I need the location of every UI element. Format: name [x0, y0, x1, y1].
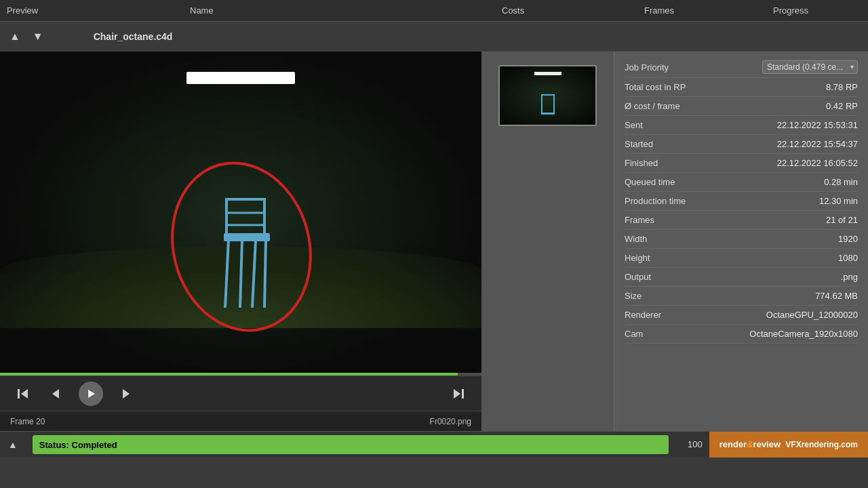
label-started: Started — [625, 139, 653, 149]
thumb-chair — [541, 94, 555, 115]
value-cost-frame: 0.42 RP — [826, 101, 858, 111]
arrow-up-button[interactable]: ▲ — [7, 29, 23, 44]
header-name: Name — [190, 5, 326, 16]
scene-white-bar — [186, 72, 295, 84]
value-queued-time: 0.28 min — [824, 177, 858, 187]
play-icon — [86, 389, 96, 399]
label-total-cost: Total cost in RP — [625, 82, 686, 92]
priority-dropdown-wrapper[interactable]: Standard (0.479 ce... — [762, 60, 858, 74]
value-width: 1920 — [838, 234, 858, 244]
frame-filename: Fr0020.png — [430, 417, 471, 426]
arrow-down-button[interactable]: ▼ — [30, 29, 46, 44]
value-frames: 21 of 21 — [826, 215, 858, 225]
value-production-time: 12.30 min — [819, 196, 858, 206]
status-text: Status: Completed — [39, 439, 117, 449]
prev-frame-button[interactable] — [46, 384, 65, 403]
brand-render: render — [719, 439, 747, 449]
label-frames: Frames — [625, 215, 654, 225]
info-row-job-priority: Job Priority Standard (0.479 ce... — [625, 57, 858, 78]
info-row-cam: Cam OctaneCamera_1920x1080 — [625, 325, 858, 344]
info-row-queued-time: Queued time 0.28 min — [625, 173, 858, 192]
label-height: Height — [625, 253, 650, 263]
status-percent: 100 — [675, 439, 709, 449]
skip-to-start-button[interactable] — [14, 384, 33, 403]
info-row-frames: Frames 21 of 21 — [625, 211, 858, 230]
thumbnail-inner — [500, 66, 595, 125]
status-progress-fill — [33, 435, 669, 454]
video-container — [0, 52, 481, 375]
header-progress: Progress — [773, 5, 841, 16]
label-output: Output — [625, 272, 651, 282]
annotation-ellipse — [163, 152, 326, 342]
label-cost-frame: Ø cost / frame — [625, 101, 680, 111]
value-output: .png — [841, 272, 858, 282]
skip-to-end-button[interactable] — [449, 384, 468, 403]
collapse-button[interactable]: ▲ — [0, 439, 26, 450]
next-icon — [119, 387, 133, 401]
info-row-cost-frame: Ø cost / frame 0.42 RP — [625, 97, 858, 116]
status-bar: ▲ Status: Completed 100 render&review VF… — [0, 431, 868, 457]
svg-point-10 — [163, 152, 326, 342]
value-cam: OctaneCamera_1920x1080 — [749, 329, 858, 339]
svg-marker-12 — [21, 389, 28, 399]
video-progress-bar[interactable] — [0, 373, 481, 375]
label-sent: Sent — [625, 120, 643, 130]
value-height: 1080 — [838, 253, 858, 263]
skip-start-icon — [16, 387, 30, 401]
label-production-time: Production time — [625, 196, 686, 206]
header-preview: Preview — [7, 5, 61, 16]
vfx-text: VFXrendering.com — [785, 440, 858, 449]
thumbnail-panel — [481, 52, 614, 431]
label-size: Size — [625, 291, 642, 301]
file-row: ▲ ▼ Chair_octane.c4d — [0, 22, 868, 52]
skip-end-icon — [452, 387, 465, 401]
value-renderer: OctaneGPU_12000020 — [766, 310, 858, 320]
frame-info-bar: Frame 20 Fr0020.png — [0, 411, 481, 431]
value-finished: 22.12.2022 16:05:52 — [777, 158, 858, 168]
value-started: 22.12.2022 15:54:37 — [777, 139, 858, 149]
info-row-sent: Sent 22.12.2022 15:53:31 — [625, 116, 858, 135]
video-progress-fill — [0, 373, 458, 375]
video-section: Frame 20 Fr0020.png — [0, 52, 481, 431]
svg-marker-15 — [123, 389, 130, 399]
info-row-size: Size 774.62 MB — [625, 287, 858, 306]
value-total-cost: 8.78 RP — [826, 82, 858, 92]
svg-marker-13 — [52, 389, 59, 399]
svg-rect-17 — [462, 389, 464, 399]
brand-ampersand: & — [747, 439, 753, 449]
header-frames: Frames — [644, 5, 712, 16]
info-row-finished: Finished 22.12.2022 16:05:52 — [625, 154, 858, 173]
value-size: 774.62 MB — [815, 291, 858, 301]
priority-dropdown[interactable]: Standard (0.479 ce... — [762, 60, 858, 74]
thumb-white-bar — [534, 72, 561, 75]
label-queued-time: Queued time — [625, 177, 675, 187]
brand-badge: render&review VFXrendering.com — [709, 432, 868, 458]
label-cam: Cam — [625, 329, 643, 339]
next-frame-button[interactable] — [117, 384, 136, 403]
svg-marker-14 — [88, 390, 95, 398]
play-button[interactable] — [79, 382, 103, 406]
info-row-total-cost: Total cost in RP 8.78 RP — [625, 78, 858, 97]
info-row-renderer: Renderer OctaneGPU_12000020 — [625, 306, 858, 325]
info-row-width: Width 1920 — [625, 230, 858, 249]
thumbnail-image — [498, 65, 597, 126]
info-panel: Job Priority Standard (0.479 ce... Total… — [614, 52, 868, 431]
info-row-height: Height 1080 — [625, 249, 858, 268]
status-progress-container: Status: Completed — [33, 435, 669, 454]
scene — [0, 52, 481, 375]
value-sent: 22.12.2022 15:53:31 — [777, 120, 858, 130]
label-job-priority: Job Priority — [625, 62, 669, 73]
label-renderer: Renderer — [625, 310, 661, 320]
header-bar: Preview Name Costs Frames Progress Proje — [0, 0, 868, 22]
svg-marker-16 — [454, 389, 460, 399]
file-name-label: Chair_octane.c4d — [94, 31, 173, 42]
info-row-started: Started 22.12.2022 15:54:37 — [625, 135, 858, 154]
info-row-output: Output .png — [625, 268, 858, 287]
video-background — [0, 52, 481, 375]
main-content: Frame 20 Fr0020.png Job Priority Standar… — [0, 52, 868, 431]
info-row-production-time: Production time 12.30 min — [625, 192, 858, 211]
prev-icon — [49, 387, 62, 401]
header-costs: Costs — [502, 5, 570, 16]
label-finished: Finished — [625, 158, 658, 168]
svg-rect-11 — [18, 389, 20, 399]
